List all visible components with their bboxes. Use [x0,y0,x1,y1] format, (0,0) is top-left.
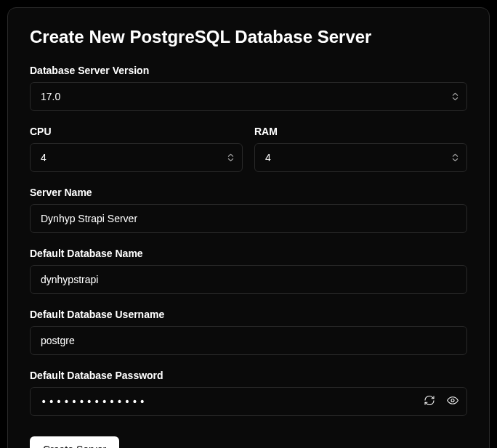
eye-icon [447,395,458,409]
field-db-password: Default Database Password [30,370,467,416]
input-db-user[interactable] [30,326,467,355]
regenerate-password-button[interactable] [421,392,438,412]
page-title: Create New PostgreSQL Database Server [30,27,467,47]
select-cpu-value: 4 [41,152,47,163]
label-cpu: CPU [30,126,243,137]
select-version[interactable]: 17.0 [30,82,467,111]
field-db-user: Default Database Username [30,309,467,355]
create-server-form: Create New PostgreSQL Database Server Da… [7,7,490,448]
field-cpu: CPU 4 [30,126,243,172]
cpu-ram-row: CPU 4 RAM 4 [30,126,467,187]
field-ram: RAM 4 [254,126,467,172]
create-server-button[interactable]: Create Server [30,436,119,448]
label-db-user: Default Database Username [30,309,467,320]
label-ram: RAM [254,126,467,137]
refresh-icon [424,395,435,409]
label-db-password: Default Database Password [30,370,467,381]
select-cpu[interactable]: 4 [30,143,243,172]
field-db-name: Default Database Name [30,248,467,294]
select-wrap-cpu: 4 [30,143,243,172]
field-server-name: Server Name [30,187,467,233]
select-ram[interactable]: 4 [254,143,467,172]
password-wrap [30,387,467,416]
select-version-value: 17.0 [41,91,60,102]
label-version: Database Server Version [30,65,467,76]
select-wrap-ram: 4 [254,143,467,172]
toggle-password-visibility-button[interactable] [444,392,461,412]
label-db-name: Default Database Name [30,248,467,259]
svg-point-0 [451,399,454,402]
label-server-name: Server Name [30,187,467,198]
input-db-password[interactable] [30,387,467,416]
select-ram-value: 4 [265,152,271,163]
select-wrap-version: 17.0 [30,82,467,111]
field-version: Database Server Version 17.0 [30,65,467,111]
input-db-name[interactable] [30,265,467,294]
password-icon-buttons [421,392,461,412]
input-server-name[interactable] [30,204,467,233]
